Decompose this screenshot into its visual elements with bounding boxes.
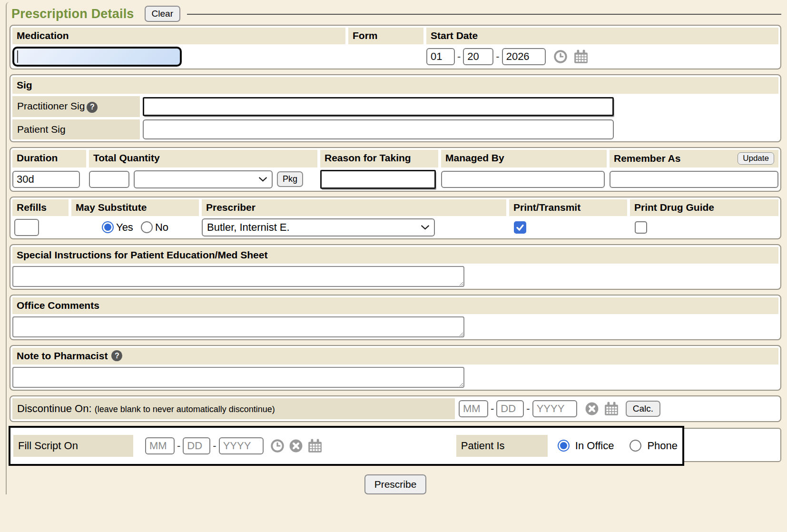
note-to-pharmacist-textarea[interactable] [12, 367, 464, 388]
check-icon [515, 223, 525, 232]
prescriber-header: Prescriber [202, 199, 506, 216]
date-separator: - [457, 50, 461, 63]
quantity-unit-select[interactable] [134, 170, 273, 188]
calendar-icon[interactable] [307, 438, 323, 453]
start-day-input[interactable] [463, 48, 493, 65]
date-separator: - [491, 403, 494, 415]
phone-radio[interactable] [630, 440, 641, 452]
help-icon[interactable]: ? [87, 102, 98, 113]
start-date-header: Start Date [426, 28, 778, 44]
medication-input[interactable] [12, 47, 182, 67]
medication-section: Medication Form Start Date - - [10, 25, 781, 69]
phone-label: Phone [647, 440, 678, 452]
clear-date-icon[interactable] [585, 402, 599, 416]
reason-header: Reason for Taking [320, 150, 438, 167]
discontinue-on-row: Discontinue On: (leave blank to never au… [10, 395, 781, 422]
fill-script-on-label: Fill Script On [13, 435, 133, 457]
pkg-button[interactable]: Pkg [277, 171, 303, 187]
calendar-icon[interactable] [573, 49, 589, 64]
remember-as-header: Remember As Update [610, 150, 778, 167]
calc-button[interactable]: Calc. [626, 401, 660, 417]
text-caret [17, 50, 18, 63]
may-substitute-no-label: No [155, 221, 168, 234]
duration-header: Duration [12, 150, 86, 167]
may-substitute-yes-radio[interactable] [102, 221, 114, 233]
discontinue-on-label: Discontinue On: (leave blank to never au… [12, 398, 455, 419]
date-separator: - [496, 50, 499, 63]
date-separator: - [213, 440, 216, 452]
calendar-icon[interactable] [604, 401, 619, 416]
patient-sig-input[interactable] [143, 119, 614, 139]
practitioner-sig-label: Practitioner Sig? [12, 96, 140, 117]
special-instructions-textarea[interactable] [12, 266, 464, 287]
chevron-down-icon [258, 177, 267, 182]
managed-by-input[interactable] [441, 171, 605, 188]
start-month-input[interactable] [426, 48, 455, 65]
prescription-details-fieldset: Prescription Details Clear Medication Fo… [6, 2, 781, 494]
fill-script-highlight-box: Fill Script On - - Patient Is In Offi [9, 426, 684, 466]
clear-date-icon[interactable] [289, 439, 303, 453]
prescribe-button[interactable]: Prescribe [364, 474, 427, 494]
special-instructions-header: Special Instructions for Patient Educati… [12, 247, 778, 264]
duration-section: Duration Total Quantity Reason for Takin… [10, 147, 781, 192]
chevron-down-icon [421, 225, 430, 230]
start-year-input[interactable] [502, 48, 546, 65]
footer-actions: Prescribe [10, 472, 781, 494]
date-separator: - [177, 440, 180, 452]
practitioner-sig-input[interactable] [143, 97, 614, 116]
patient-sig-label: Patient Sig [12, 119, 140, 139]
refills-input[interactable] [14, 219, 39, 236]
may-substitute-header: May Substitute [71, 199, 199, 216]
print-transmit-header: Print/Transmit [509, 199, 627, 216]
print-drug-guide-header: Print Drug Guide [630, 199, 778, 216]
note-to-pharmacist-header: Note to Pharmacist? [12, 348, 778, 365]
discontinue-hint: (leave blank to never automatically disc… [95, 404, 275, 414]
legend-row: Prescription Details Clear [10, 3, 781, 25]
note-to-pharmacist-section: Note to Pharmacist? [10, 345, 781, 391]
radio-dot [560, 442, 567, 449]
in-office-label: In Office [575, 440, 614, 452]
date-separator: - [526, 403, 530, 415]
office-comments-header: Office Comments [12, 297, 778, 314]
print-drug-guide-checkbox[interactable] [635, 221, 647, 234]
refills-header: Refills [12, 199, 69, 216]
remember-as-input[interactable] [610, 171, 778, 188]
duration-input[interactable] [12, 171, 80, 188]
refills-section: Refills May Substitute Prescriber Print/… [10, 197, 781, 239]
clock-icon[interactable] [553, 49, 568, 64]
update-button[interactable]: Update [738, 152, 774, 165]
radio-dot [104, 224, 111, 231]
page-title: Prescription Details [11, 7, 134, 21]
patient-is-label: Patient Is [456, 435, 548, 457]
fill-script-year-input[interactable] [219, 437, 264, 454]
special-instructions-section: Special Instructions for Patient Educati… [10, 244, 781, 290]
legend-divider [187, 14, 781, 15]
may-substitute-no-radio[interactable] [141, 221, 153, 233]
discontinue-year-input[interactable] [532, 400, 577, 417]
managed-by-header: Managed By [441, 150, 607, 167]
office-comments-section: Office Comments [10, 295, 781, 340]
prescriber-select[interactable]: Butler, Internist E. [202, 218, 435, 236]
fill-script-month-input[interactable] [145, 437, 175, 454]
discontinue-month-input[interactable] [459, 400, 488, 417]
in-office-radio[interactable] [558, 440, 570, 452]
medication-header: Medication [12, 28, 345, 44]
may-substitute-yes-label: Yes [116, 221, 133, 234]
help-icon[interactable]: ? [111, 350, 122, 361]
clear-button[interactable]: Clear [145, 6, 180, 22]
sig-section: Sig Practitioner Sig? Patient Sig [10, 74, 781, 142]
reason-for-taking-input[interactable] [320, 170, 436, 189]
total-quantity-input[interactable] [89, 171, 129, 188]
clock-icon[interactable] [270, 439, 285, 453]
fill-script-row: Fill Script On - - Patient Is In Offi [10, 428, 781, 462]
discontinue-day-input[interactable] [496, 400, 524, 417]
fill-script-day-input[interactable] [183, 437, 210, 454]
print-transmit-checkbox[interactable] [514, 221, 526, 234]
form-header: Form [348, 28, 423, 44]
total-quantity-header: Total Quantity [89, 150, 317, 167]
office-comments-textarea[interactable] [12, 316, 464, 337]
sig-header: Sig [12, 77, 778, 94]
